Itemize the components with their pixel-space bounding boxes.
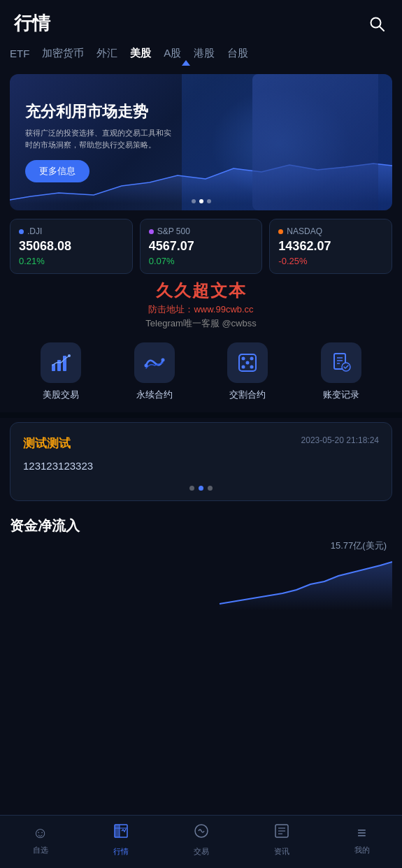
news-time: 2023-05-20 21:18:24	[301, 435, 379, 445]
delivery-icon	[236, 352, 259, 374]
svg-point-13	[246, 361, 250, 365]
watermark: 久久超文本 防击地址：www.99cwb.cc Telegram唯一客服 @cw…	[0, 274, 402, 333]
watermark-url: 防击地址：www.99cwb.cc	[0, 303, 402, 316]
tab-hk-stock[interactable]: 港股	[194, 47, 215, 66]
index-card-dji[interactable]: .DJI 35068.08 0.21%	[10, 219, 133, 274]
index-cards: .DJI 35068.08 0.21% S&P 500 4567.07 0.07…	[0, 219, 402, 274]
news-dot-2	[199, 486, 203, 491]
delivery-label: 交割合约	[229, 389, 266, 401]
dji-dot	[19, 229, 24, 234]
tab-indicator	[182, 60, 190, 66]
svg-point-10	[250, 357, 254, 361]
tab-forex[interactable]: 外汇	[96, 47, 117, 66]
tab-a-stock[interactable]: A股	[164, 47, 181, 66]
tab-tw-stock[interactable]: 台股	[227, 47, 248, 66]
svg-point-11	[242, 366, 245, 369]
svg-rect-19	[115, 825, 120, 837]
mine-label: 我的	[354, 845, 370, 855]
banner-subtitle: 获得广泛的投资选择、直观的交易工具和实时的市场洞察，帮助您执行交易策略。	[25, 127, 172, 150]
news-header: 测试测试 2023-05-20 21:18:24	[23, 435, 379, 451]
header: 行情	[0, 0, 402, 43]
nasdaq-value: 14362.07	[278, 239, 383, 254]
market-label: 行情	[113, 846, 129, 857]
dji-value: 35068.08	[19, 239, 124, 254]
svg-point-5	[68, 354, 71, 357]
nav-mine[interactable]: ≡ 我的	[341, 824, 383, 855]
sp500-name: S&P 500	[157, 226, 190, 236]
svg-line-1	[380, 27, 384, 31]
feature-perpetual[interactable]: 永续合约	[134, 342, 175, 401]
nav-news[interactable]: 资讯	[261, 823, 303, 857]
us-trade-label: 美股交易	[43, 389, 79, 401]
feature-delivery[interactable]: 交割合约	[227, 342, 268, 401]
svg-point-9	[242, 357, 245, 361]
account-log-icon	[330, 352, 352, 374]
watchlist-icon: ☺	[32, 824, 48, 842]
banner-person	[238, 74, 378, 210]
us-trade-icon-wrap	[41, 342, 81, 383]
mine-icon: ≡	[357, 824, 366, 842]
capital-flow-amount: 15.77亿(美元)	[10, 540, 392, 552]
banner-title: 充分利用市场走势	[25, 102, 165, 122]
bottom-nav: ☺ 自选 行情 交易	[0, 815, 402, 868]
banner-more-button[interactable]: 更多信息	[25, 160, 89, 182]
svg-rect-3	[57, 360, 61, 371]
tab-us-stock[interactable]: 美股	[130, 47, 151, 66]
svg-point-6	[144, 364, 148, 368]
tab-crypto[interactable]: 加密货币	[42, 47, 84, 66]
perpetual-icon	[143, 352, 166, 374]
sp500-value: 4567.07	[149, 239, 254, 254]
account-log-icon-wrap	[321, 342, 361, 383]
delivery-icon-wrap	[227, 342, 268, 383]
watermark-title: 久久超文本	[0, 280, 402, 302]
trade-icon	[193, 823, 210, 844]
nasdaq-change: -0.25%	[278, 256, 383, 266]
capital-flow-title: 资金净流入	[10, 516, 392, 535]
features-section: 美股交易 永续合约	[0, 333, 402, 408]
news-icon	[273, 823, 290, 844]
perpetual-icon-wrap	[134, 342, 175, 383]
search-button[interactable]	[366, 13, 388, 35]
nav-market[interactable]: 行情	[100, 823, 142, 857]
nav-tabs: ETF 加密货币 外汇 美股 A股 港股 台股	[0, 43, 402, 66]
news-label: 资讯	[274, 846, 289, 857]
feature-us-trade[interactable]: 美股交易	[41, 342, 81, 401]
svg-point-12	[250, 366, 254, 369]
banner-dot-2	[199, 199, 203, 203]
index-card-sp500[interactable]: S&P 500 4567.07 0.07%	[140, 219, 263, 274]
perpetual-label: 永续合约	[136, 389, 173, 401]
news-content: 123123123323	[23, 458, 379, 475]
trade-label: 交易	[194, 846, 209, 857]
news-dot-3	[208, 486, 213, 491]
news-dot-1	[189, 486, 194, 491]
tab-etf[interactable]: ETF	[10, 48, 29, 65]
nasdaq-dot	[278, 229, 283, 234]
dji-change: 0.21%	[19, 256, 124, 266]
news-card: 测试测试 2023-05-20 21:18:24 123123123323	[10, 422, 392, 501]
nav-trade[interactable]: 交易	[180, 823, 222, 857]
page-title: 行情	[14, 11, 50, 36]
us-trade-icon	[50, 352, 72, 374]
capital-chart-svg	[10, 555, 392, 611]
nasdaq-name: NASDAQ	[287, 226, 322, 236]
nav-watchlist[interactable]: ☺ 自选	[20, 824, 62, 855]
news-dots	[23, 486, 379, 491]
watchlist-label: 自选	[33, 845, 48, 855]
market-icon	[113, 823, 129, 844]
section-divider-1	[0, 412, 402, 418]
sp500-change: 0.07%	[149, 256, 254, 266]
capital-flow-section: 资金净流入 15.77亿(美元)	[0, 505, 402, 611]
dji-name: .DJI	[27, 226, 42, 236]
banner-dot-1	[192, 199, 196, 203]
index-card-nasdaq[interactable]: NASDAQ 14362.07 -0.25%	[269, 219, 392, 274]
account-log-label: 账变记录	[323, 389, 359, 401]
sp500-dot	[149, 229, 154, 234]
capital-flow-chart	[10, 555, 392, 611]
news-tag: 测试测试	[23, 435, 71, 451]
svg-point-7	[161, 359, 164, 362]
banner-dots	[192, 199, 211, 203]
banner-dot-3	[207, 199, 211, 203]
watermark-telegram: Telegram唯一客服 @cwbss	[0, 317, 402, 330]
feature-account-log[interactable]: 账变记录	[321, 342, 361, 401]
search-icon	[369, 16, 385, 31]
